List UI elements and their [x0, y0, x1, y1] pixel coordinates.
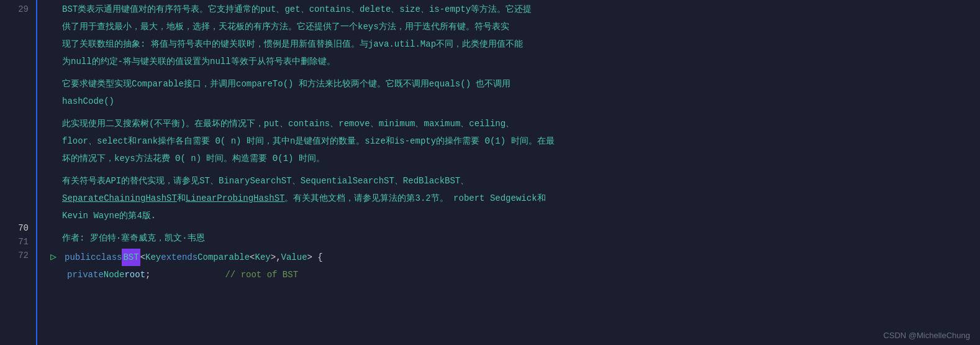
comment-para-3b: floor、select和rank操作各自需要 Θ( n) 时间，其中n是键值对… — [47, 134, 980, 148]
line-number-blank-9 — [0, 126, 29, 139]
line-number-blank-14 — [0, 194, 29, 208]
watermark: CSDN @MichelleChung — [883, 331, 970, 340]
type-key2: Key — [255, 249, 271, 266]
comment-para-1d: 为null的约定-将与键关联的值设置为null等效于从符号表中删除键。 — [47, 55, 980, 68]
line-number-blank-4 — [0, 57, 29, 71]
comment-para-4a: 有关符号表API的替代实现，请参见ST、BinarySearchST、Seque… — [47, 174, 980, 188]
comment-text-4b: SeparateChainingHashST和LinearProbingHash… — [62, 193, 546, 203]
comment-italic-put: put — [260, 4, 276, 14]
punct-lt2: < — [250, 249, 255, 266]
comment-delete: delete — [360, 4, 391, 14]
line-number-blank-8 — [0, 112, 29, 126]
line-numbers: 29 70 71 72 — [0, 0, 37, 345]
comment-sep5: 、 — [420, 4, 429, 14]
comment-text-5: 作者: 罗伯特·塞奇威克，凯文·韦恩 — [62, 233, 205, 243]
punct-gt: >, — [271, 249, 281, 266]
line-number-blank-12 — [0, 167, 29, 180]
comment-text-3a: 此实现使用二叉搜索树(不平衡)。在最坏的情况下，put、contains、rem… — [62, 119, 514, 129]
line-number-blank-1 — [0, 16, 29, 30]
comment-para-2a: 它要求键类型实现Comparable接口，并调用compareTo() 和方法来… — [47, 77, 980, 91]
line-number-29: 29 — [0, 2, 29, 16]
comment-text-2b: hashCode() — [62, 96, 114, 106]
line-number-blank-2 — [0, 30, 29, 44]
keyword-public: public — [65, 249, 96, 266]
line-number-blank-3 — [0, 44, 29, 57]
comment-para-1c: 现了关联数组的抽象: 将值与符号表中的键关联时，惯例是用新值替换旧值。与java… — [47, 37, 980, 51]
comment-para-4c: Kevin Wayne的第4版. — [47, 209, 980, 223]
content-area: BST类表示通用键值对的有序符号表。它支持通常的put、get、contains… — [37, 0, 980, 345]
comment-sep1: 、 — [276, 4, 284, 14]
comment-italic-isempty: is-empty — [429, 4, 471, 14]
line-number-70: 70 — [0, 221, 29, 235]
comment-para-5: 作者: 罗伯特·塞奇威克，凯文·韦恩 — [47, 231, 980, 245]
comment-text-1d: 为null的约定-将与键关联的值设置为null等效于从符号表中删除键。 — [62, 57, 335, 67]
spacer-2 — [47, 112, 980, 117]
line-number-72: 72 — [0, 249, 29, 262]
comment-para-3c: 坏的情况下，keys方法花费 Θ( n) 时间。构造需要 Θ(1) 时间。 — [47, 152, 980, 165]
code-line-70: public class BST < Key extends Comparabl… — [47, 249, 980, 266]
comment-text-2a: 它要求键类型实现Comparable接口，并调用compareTo() 和方法来… — [62, 79, 510, 89]
line-number-blank-6 — [0, 85, 29, 98]
spacer-1 — [47, 72, 980, 77]
comment-para-4b: SeparateChainingHashST和LinearProbingHash… — [47, 191, 980, 205]
line-number-blank-11 — [0, 153, 29, 167]
comment-para-3a: 此实现使用二叉搜索树(不平衡)。在最坏的情况下，put、contains、rem… — [47, 117, 980, 131]
comment-sep3: 、 — [351, 4, 360, 14]
comment-text-4c: Kevin Wayne的第4版. — [62, 211, 156, 221]
keyword-private: private — [67, 266, 104, 283]
line-number-blank-7 — [0, 98, 29, 112]
keyword-extends: extends — [161, 249, 197, 266]
comment-sep2: 、 — [301, 4, 309, 14]
type-value: Value — [281, 249, 307, 266]
comment-text-1a: BST类表示通用键值对的有序符号表。它支持通常的 — [62, 4, 260, 14]
punct-gt2: > { — [307, 249, 323, 266]
spacer-4 — [47, 226, 980, 231]
comment-text-4a: 有关符号表API的替代实现，请参见ST、BinarySearchST、Seque… — [62, 176, 469, 186]
comment-inline-root: // root of BST — [225, 266, 298, 283]
comment-text-3c: 坏的情况下，keys方法花费 Θ( n) 时间。构造需要 Θ(1) 时间。 — [62, 154, 325, 163]
keyword-class: class — [96, 249, 122, 266]
comment-text-1b: 供了用于查找最小，最大，地板，选择，天花板的有序方法。它还提供了一个keys方法… — [62, 22, 509, 32]
editor-container: 29 70 71 72 BST类表示通用键值对的有序符号表。它支持通常的put、… — [0, 0, 980, 345]
line-number-blank-5 — [0, 71, 29, 85]
line-number-blank-10 — [0, 139, 29, 153]
run-icon[interactable] — [47, 251, 60, 264]
punct-lt: < — [140, 249, 145, 266]
comment-para-1b: 供了用于查找最小，最大，地板，选择，天花板的有序方法。它还提供了一个keys方法… — [47, 20, 980, 34]
spacer-3 — [47, 169, 980, 174]
comment-text-3b: floor、select和rank操作各自需要 Θ( n) 时间，其中n是键值对… — [62, 136, 555, 146]
line-number-blank-13 — [0, 180, 29, 194]
type-comparable: Comparable — [197, 249, 250, 266]
comment-end1: 等方法。它还提 — [471, 4, 532, 14]
type-node: Node — [104, 266, 125, 283]
line-number-blank-15 — [0, 208, 29, 221]
comment-para-2b: hashCode() — [47, 94, 980, 108]
comment-para-1: BST类表示通用键值对的有序符号表。它支持通常的put、get、contains… — [47, 2, 980, 16]
punct-semicolon: ; — [145, 266, 150, 283]
line-number-71: 71 — [0, 235, 29, 249]
comment-italic-get: get — [284, 4, 300, 14]
var-root: root — [124, 266, 145, 283]
code-line-71: private Node root ; // root of BST — [47, 266, 980, 283]
comment-sep4: 、 — [391, 4, 399, 14]
comment-text-1c: 现了关联数组的抽象: 将值与符号表中的键关联时，惯例是用新值替换旧值。与java… — [62, 39, 523, 49]
comment-size: size — [399, 4, 420, 14]
type-key: Key — [145, 249, 161, 266]
class-bst-highlighted: BST — [122, 249, 140, 266]
comment-contains: contains — [309, 4, 351, 14]
